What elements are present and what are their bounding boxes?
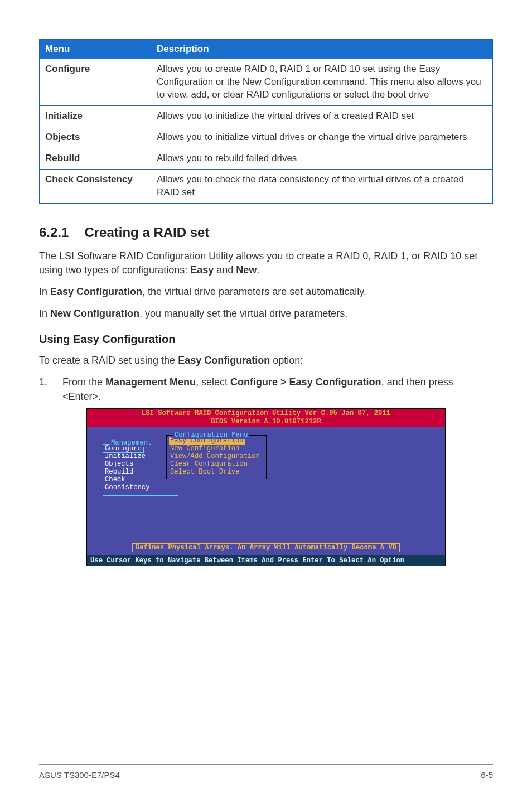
table-row: Rebuild Allows you to rebuild failed dri… — [40, 148, 493, 169]
table-menu-cell: Rebuild — [40, 148, 151, 169]
cfg-item-new-configuration[interactable]: New Configuration — [169, 445, 264, 452]
table-menu-cell: Initialize — [40, 105, 151, 127]
intro-paragraph-2: In Easy Configuration, the virtual drive… — [39, 285, 493, 299]
bios-title-line2: BIOS Version A.10.01071212R — [87, 418, 445, 426]
bios-screenshot: LSI Software RAID Configuration Utility … — [86, 408, 446, 567]
table-row: Initialize Allows you to initialize the … — [40, 105, 493, 127]
step-1: 1.From the Management Menu, select Confi… — [39, 375, 493, 403]
cfg-item-view-add-configuration[interactable]: View/Add Configuration — [169, 452, 264, 460]
page-footer: ASUS TS300-E7/PS4 6-5 — [39, 764, 493, 780]
section-title: Creating a RAID set — [84, 225, 209, 240]
intro-paragraph-3: In New Configuration, you manually set t… — [39, 307, 493, 321]
table-row: Check Consistency Allows you to check th… — [40, 169, 493, 203]
management-legend: Management — [110, 439, 153, 447]
table-header-menu: Menu — [40, 40, 151, 59]
steps-list: 1.From the Management Menu, select Confi… — [39, 375, 493, 403]
menu-description-table: Menu Description Configure Allows you to… — [39, 39, 493, 204]
table-menu-cell: Objects — [40, 127, 151, 148]
cfg-item-select-boot-drive[interactable]: Select Boot Drive — [169, 468, 264, 476]
bios-body: Management Configure Initialize Objects … — [87, 427, 445, 555]
bios-footer-hint: Use Cursor Keys to Navigate Between Item… — [87, 555, 445, 566]
bios-help-message: Defines Physical Arrays. An Array Will A… — [132, 543, 400, 552]
table-desc-cell: Allows you to check the data consistency… — [151, 169, 493, 203]
mgmt-item-objects[interactable]: Objects — [103, 460, 176, 468]
configuration-menu-box: Configuration Menu Easy Configuration Ne… — [166, 435, 267, 479]
table-menu-cell: Configure — [40, 59, 151, 106]
footer-left: ASUS TS300-E7/PS4 — [39, 770, 120, 780]
configuration-legend: Configuration Menu — [173, 431, 249, 439]
table-desc-cell: Allows you to create RAID 0, RAID 1 or R… — [151, 59, 493, 106]
table-desc-cell: Allows you to rebuild failed drives — [151, 148, 493, 169]
mgmt-item-check-consistency[interactable]: Check Consistency — [103, 476, 176, 491]
table-menu-cell: Check Consistency — [40, 169, 151, 203]
table-desc-cell: Allows you to initialize virtual drives … — [151, 127, 493, 148]
footer-right: 6-5 — [481, 770, 493, 780]
bios-header: LSI Software RAID Configuration Utility … — [87, 409, 445, 428]
intro-paragraph-1: The LSI Software RAID Configuration Util… — [39, 249, 493, 277]
section-heading: 6.2.1Creating a RAID set — [39, 225, 493, 240]
subheading: Using Easy Configuration — [39, 333, 493, 346]
table-row: Configure Allows you to create RAID 0, R… — [40, 59, 493, 106]
section-number: 6.2.1 — [39, 225, 69, 240]
table-header-description: Description — [151, 40, 493, 59]
table-desc-cell: Allows you to initialize the virtual dri… — [151, 105, 493, 127]
bios-title-line1: LSI Software RAID Configuration Utility … — [87, 409, 445, 418]
table-row: Objects Allows you to initialize virtual… — [40, 127, 493, 148]
cfg-item-clear-configuration[interactable]: Clear Configuration — [169, 460, 264, 468]
subheading-intro: To create a RAID set using the Easy Conf… — [39, 354, 493, 368]
mgmt-item-initialize[interactable]: Initialize — [103, 452, 176, 460]
mgmt-item-rebuild[interactable]: Rebuild — [103, 468, 176, 476]
